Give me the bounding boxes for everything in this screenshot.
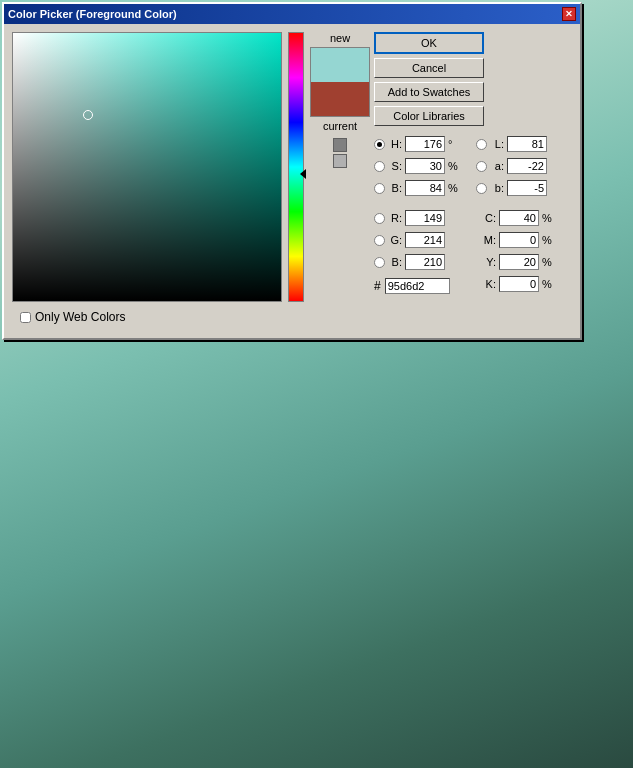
field-row-b: B: % [374,178,460,198]
field-row-h: H: ° [374,134,460,154]
gradient-canvas[interactable] [12,32,282,302]
color-picker-dialog: Color Picker (Foreground Color) ✕ [2,2,582,340]
input-s[interactable] [405,158,445,174]
current-color-swatch [311,82,369,116]
color-preview-box [310,47,370,117]
dialog-content: new current OK Cance [4,24,580,338]
input-a[interactable] [507,158,547,174]
field-row-g: G: [374,230,460,250]
field-row-r: R: [374,208,460,228]
field-row-l: L: [476,134,554,154]
field-row-s: S: % [374,156,460,176]
input-b[interactable] [405,180,445,196]
add-to-swatches-button[interactable]: Add to Swatches [374,82,484,102]
radio-l[interactable] [476,139,487,150]
picker-circle [83,110,93,120]
input-y[interactable] [499,254,539,270]
field-row-c: C: % [476,208,554,228]
input-l[interactable] [507,136,547,152]
field-row-k: K: % [476,274,554,294]
hue-slider[interactable] [288,32,304,302]
new-color-swatch [311,48,369,82]
color-preview-section: new current [310,32,370,302]
input-b2[interactable] [405,254,445,270]
hue-arrow [300,169,306,179]
color-gradient-area[interactable] [12,32,282,302]
color-icon-1[interactable] [333,138,347,152]
only-web-colors-label: Only Web Colors [35,310,125,324]
radio-s[interactable] [374,161,385,172]
hex-input[interactable] [385,278,450,294]
input-g[interactable] [405,232,445,248]
hue-slider-container[interactable] [286,32,306,302]
field-row-b2: B: [374,252,460,272]
input-m[interactable] [499,232,539,248]
input-blab[interactable] [507,180,547,196]
radio-r[interactable] [374,213,385,224]
radio-a[interactable] [476,161,487,172]
input-k[interactable] [499,276,539,292]
dialog-bottom: Only Web Colors [12,306,633,330]
input-c[interactable] [499,210,539,226]
only-web-colors-checkbox[interactable] [20,312,31,323]
radio-b[interactable] [374,183,385,194]
new-label: new [330,32,350,44]
input-r[interactable] [405,210,445,226]
input-h[interactable] [405,136,445,152]
hsb-rgb-fields: H: ° S: % [374,134,460,294]
web-colors-row: Only Web Colors [20,310,633,324]
lab-cmyk-fields: L: a: b: [476,134,554,294]
close-button[interactable]: ✕ [562,7,576,21]
titlebar: Color Picker (Foreground Color) ✕ [4,4,580,24]
field-row-a: a: [476,156,554,176]
dialog-title: Color Picker (Foreground Color) [8,8,177,20]
ok-button[interactable]: OK [374,32,484,54]
field-row-blab: b: [476,178,554,198]
field-row-y: Y: % [476,252,554,272]
current-label: current [323,120,357,132]
cancel-button[interactable]: Cancel [374,58,484,78]
radio-g[interactable] [374,235,385,246]
color-icon-2[interactable] [333,154,347,168]
hex-row: # [374,278,460,294]
radio-h[interactable] [374,139,385,150]
radio-blab[interactable] [476,183,487,194]
radio-b2[interactable] [374,257,385,268]
color-libraries-button[interactable]: Color Libraries [374,106,484,126]
field-row-m: M: % [476,230,554,250]
